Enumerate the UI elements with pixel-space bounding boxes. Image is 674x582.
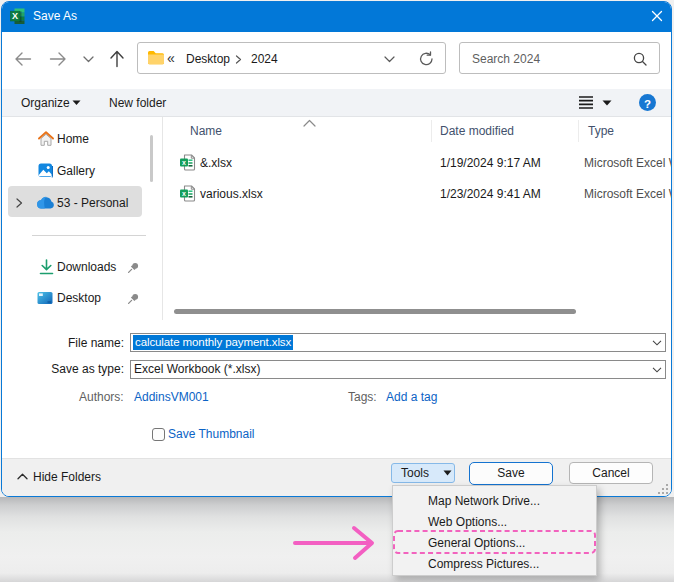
svg-text:x: x bbox=[182, 190, 186, 197]
svg-text:x: x bbox=[182, 159, 186, 166]
svg-text:X: X bbox=[12, 11, 18, 21]
